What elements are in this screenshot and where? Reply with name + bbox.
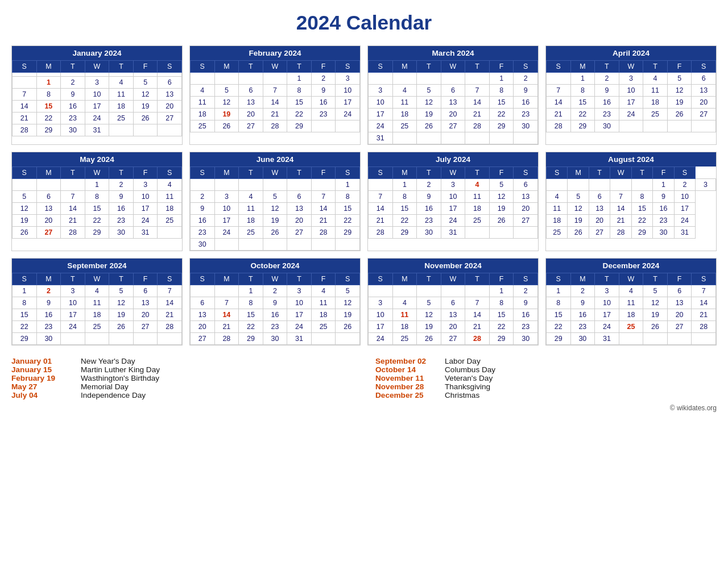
day-cell: 30 — [570, 333, 595, 345]
day-cell: 11 — [547, 203, 568, 215]
day-cell: 30 — [263, 333, 287, 345]
weekday-header: T — [417, 273, 441, 285]
day-cell: 1 — [13, 285, 37, 297]
day-cell: 7 — [547, 85, 571, 97]
weekday-header: S — [547, 61, 571, 73]
holiday-row: January 15Martin Luther King Day — [11, 365, 353, 374]
day-cell: 9 — [514, 297, 538, 309]
day-cell: 5 — [643, 285, 668, 297]
day-cell: 14 — [465, 97, 490, 109]
day-cell: 17 — [441, 203, 465, 215]
day-cell: 12 — [336, 297, 360, 309]
weekday-header: T — [631, 167, 652, 179]
day-cell — [441, 132, 465, 144]
day-cell: 11 — [311, 297, 336, 309]
weekday-header: T — [465, 167, 490, 179]
weekday-header: T — [61, 273, 85, 285]
day-cell: 25 — [158, 215, 182, 227]
day-cell: 30 — [109, 227, 134, 239]
day-cell: 2 — [514, 285, 538, 297]
day-cell: 6 — [441, 297, 465, 309]
day-cell: 24 — [336, 109, 360, 120]
weekday-header: S — [336, 61, 360, 73]
day-cell: 19 — [263, 215, 287, 227]
holiday-row: February 19Wasthington's Birthday — [11, 374, 353, 382]
day-cell: 29 — [547, 333, 571, 345]
weekday-header: T — [109, 61, 134, 73]
day-cell: 27 — [287, 227, 312, 239]
day-cell — [568, 179, 589, 191]
day-cell: 15 — [36, 101, 61, 113]
day-cell: 6 — [158, 77, 182, 89]
day-cell: 14 — [692, 297, 716, 309]
day-cell: 28 — [13, 124, 37, 136]
day-cell: 24 — [85, 113, 109, 124]
weekday-header: T — [595, 61, 619, 73]
day-cell: 12 — [13, 203, 37, 215]
day-cell: 11 — [85, 297, 109, 309]
day-cell: 31 — [287, 333, 312, 345]
day-cell: 30 — [191, 239, 215, 251]
day-cell: 11 — [619, 297, 643, 309]
month-header: March 2024 — [368, 46, 538, 60]
day-cell: 11 — [239, 203, 263, 215]
day-cell — [214, 239, 239, 251]
day-cell: 20 — [589, 215, 610, 227]
day-cell: 2 — [674, 179, 695, 191]
day-cell: 24 — [595, 321, 619, 333]
day-cell: 7 — [465, 85, 490, 97]
day-cell: 25 — [643, 109, 668, 120]
weekday-header: T — [287, 61, 312, 73]
day-cell: 14 — [610, 203, 631, 215]
day-cell: 21 — [311, 215, 336, 227]
day-cell: 23 — [109, 215, 134, 227]
holiday-name: Christmas — [445, 391, 479, 399]
day-cell: 29 — [631, 227, 652, 239]
day-cell: 27 — [589, 227, 610, 239]
day-cell: 6 — [287, 191, 312, 203]
day-cell: 19 — [643, 309, 668, 321]
holiday-date: September 02 — [375, 357, 438, 365]
day-cell: 30 — [417, 227, 441, 239]
weekday-header: S — [191, 61, 215, 73]
weekday-header: F — [489, 61, 514, 73]
weekday-header: T — [239, 61, 263, 73]
day-cell: 7 — [214, 297, 239, 309]
day-cell: 12 — [263, 203, 287, 215]
day-cell: 17 — [85, 101, 109, 113]
day-cell — [631, 179, 652, 191]
day-cell: 9 — [417, 191, 441, 203]
day-cell: 17 — [595, 309, 619, 321]
weekday-header: W — [619, 61, 643, 73]
month-8: August 2024SMTWTFS1234567891011121314151… — [545, 152, 717, 251]
day-cell: 14 — [311, 203, 336, 215]
day-cell: 8 — [547, 297, 571, 309]
day-cell: 17 — [287, 309, 312, 321]
day-cell: 4 — [619, 285, 643, 297]
day-cell: 1 — [85, 179, 109, 191]
weekday-header: M — [214, 61, 239, 73]
weekday-header: S — [692, 273, 716, 285]
weekday-header: S — [674, 167, 695, 179]
day-cell: 19 — [336, 309, 360, 321]
day-cell: 3 — [441, 179, 465, 191]
day-cell: 5 — [489, 179, 514, 191]
day-cell: 11 — [158, 191, 182, 203]
day-cell: 25 — [85, 321, 109, 333]
day-cell — [239, 239, 263, 251]
month-11: November 2024SMTWTFS12345678910111213141… — [367, 258, 539, 345]
day-cell — [392, 73, 417, 85]
day-cell — [589, 179, 610, 191]
weekday-header: M — [392, 61, 417, 73]
day-cell: 6 — [514, 179, 538, 191]
day-cell: 5 — [13, 191, 37, 203]
day-cell: 21 — [610, 215, 631, 227]
day-cell: 11 — [392, 309, 417, 321]
day-cell: 23 — [311, 109, 336, 120]
month-header: October 2024 — [190, 259, 360, 273]
day-cell — [392, 132, 417, 144]
day-cell: 16 — [570, 309, 595, 321]
day-cell: 28 — [465, 120, 490, 132]
day-cell: 17 — [369, 109, 393, 120]
day-cell: 20 — [239, 109, 263, 120]
